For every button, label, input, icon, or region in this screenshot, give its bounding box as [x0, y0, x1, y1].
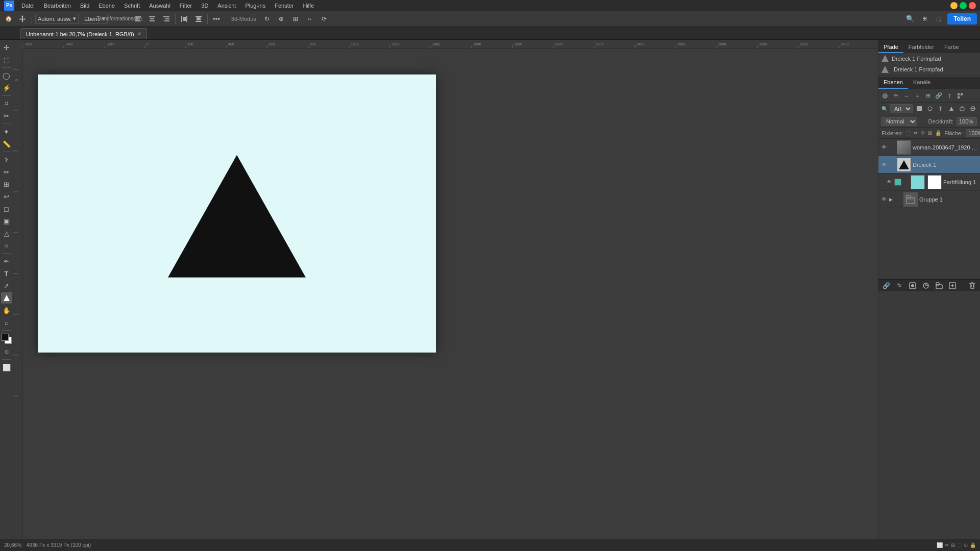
healing-tool[interactable]: ⚕: [1, 154, 12, 165]
menu-item-filter[interactable]: Filter: [176, 2, 196, 10]
tab-pfade[interactable]: Pfade: [878, 42, 903, 53]
blend-mode-dropdown[interactable]: Normal: [881, 117, 917, 126]
ruler-tool[interactable]: 📏: [1, 138, 12, 149]
path-select-tool[interactable]: ↗: [1, 280, 12, 291]
status-icon-1[interactable]: ⬜: [937, 542, 943, 548]
tab-ebenen[interactable]: Ebenen: [878, 77, 908, 89]
menu-item-bearbeiten[interactable]: Bearbeiten: [40, 2, 75, 10]
menu-item-datei[interactable]: Datei: [17, 2, 39, 10]
menu-item-auswahl[interactable]: Auswahl: [145, 2, 175, 10]
move-tool-icon[interactable]: [17, 13, 29, 24]
layers-group-btn[interactable]: [935, 281, 944, 290]
tab-farbfelder[interactable]: Farbfelder: [903, 42, 939, 53]
layer-visibility-2[interactable]: 👁: [880, 161, 888, 168]
magic-wand-tool[interactable]: ⚡: [1, 82, 12, 93]
3d-scale-icon[interactable]: ⊞: [290, 13, 301, 24]
text-tool[interactable]: T: [1, 268, 12, 279]
quick-mask-btn[interactable]: ⊙: [1, 346, 12, 357]
dodge-tool[interactable]: ○: [1, 240, 12, 251]
layer-item-farbfullung[interactable]: 👁 Farbfüllung 1: [878, 173, 980, 191]
blur-tool[interactable]: △: [1, 228, 12, 239]
layers-new-btn[interactable]: [948, 281, 957, 290]
layer-link-icon[interactable]: 🔗: [934, 91, 943, 101]
close-button[interactable]: ✕: [969, 2, 976, 9]
lock-transparent-icon[interactable]: ⬚: [906, 130, 911, 136]
align-right-icon[interactable]: [161, 13, 172, 24]
layer-add-icon[interactable]: +: [913, 91, 922, 101]
arrange-documents-icon[interactable]: ⊞: [919, 13, 930, 24]
lock-artboard-icon[interactable]: ⊞: [928, 130, 932, 136]
distribute-v-icon[interactable]: [193, 13, 204, 24]
eraser-tool[interactable]: ◻: [1, 203, 12, 214]
screen-mode-btn[interactable]: ⬜: [1, 362, 12, 373]
filter-shape-icon[interactable]: [947, 104, 955, 113]
layer-visibility-4[interactable]: 👁: [880, 196, 888, 203]
canvas-scroll[interactable]: [22, 49, 878, 539]
lock-all-icon[interactable]: 🔒: [935, 130, 941, 136]
status-icon-4[interactable]: ⬚: [957, 542, 962, 548]
lock-move-icon[interactable]: ✢: [921, 130, 925, 136]
3d-pan-icon[interactable]: ⊕: [276, 13, 287, 24]
selection-tool[interactable]: ⬚: [1, 54, 12, 65]
distribute-h-icon[interactable]: [179, 13, 190, 24]
layers-link-btn[interactable]: 🔗: [881, 281, 891, 290]
autom-dropdown[interactable]: Autom. ausw. ▾: [35, 14, 79, 24]
minimize-button[interactable]: –: [950, 2, 958, 9]
layer-visibility-3[interactable]: 👁: [886, 179, 893, 186]
3d-slide-icon[interactable]: ↔: [304, 13, 315, 24]
shape-tool[interactable]: [1, 292, 12, 304]
zoom-tool[interactable]: ⌕: [1, 317, 12, 328]
menu-item-ebene[interactable]: Ebene: [94, 2, 119, 10]
layer-pencil-icon[interactable]: ✏: [891, 91, 900, 101]
filter-text-icon[interactable]: T: [936, 104, 945, 113]
menu-item-plugins[interactable]: Plug-ins: [241, 2, 270, 10]
layer-item[interactable]: 👁 woman-2003647_1920 Kopie: [878, 139, 980, 156]
3d-rotate-icon[interactable]: ↻: [261, 13, 273, 24]
crop-tool[interactable]: ⌗: [1, 98, 12, 109]
foreground-color-swatch[interactable]: [2, 334, 9, 341]
align-center-icon[interactable]: [146, 13, 158, 24]
layers-delete-btn[interactable]: [968, 281, 977, 290]
search-button[interactable]: 🔍: [904, 13, 916, 24]
align-left-icon[interactable]: [132, 13, 143, 24]
layer-adjust-icon[interactable]: ⊞: [923, 91, 933, 101]
menu-item-schrift[interactable]: Schrift: [120, 2, 144, 10]
filter-smart-icon[interactable]: [958, 104, 966, 113]
filter-pixel-icon[interactable]: [915, 104, 923, 113]
status-icon-2[interactable]: ✏: [945, 542, 949, 548]
fill-value[interactable]: 100%: [966, 129, 980, 137]
lasso-tool[interactable]: ◯: [1, 70, 12, 81]
transform-icon[interactable]: Transformationsstrg.: [114, 13, 126, 24]
history-brush[interactable]: ↩: [1, 191, 12, 202]
path-item[interactable]: Dreieck 1 Formpfad: [878, 64, 980, 74]
group-arrow-icon[interactable]: ▶: [889, 197, 894, 202]
tab-close-icon[interactable]: ✕: [137, 31, 141, 37]
home-icon[interactable]: 🏠: [3, 13, 14, 24]
layer-item-gruppe[interactable]: 👁 ▶ Gruppe 1: [878, 191, 980, 208]
layers-fx-btn[interactable]: fx: [895, 281, 904, 290]
gradient-tool[interactable]: ▣: [1, 215, 12, 227]
layers-adjustment-btn[interactable]: [921, 281, 930, 290]
status-icon-6[interactable]: 🔒: [970, 542, 976, 548]
maximize-button[interactable]: □: [960, 2, 967, 9]
menu-item-ansicht[interactable]: Ansicht: [213, 2, 240, 10]
document-tab[interactable]: Unbenannt-1 bei 20,7% (Dreieck 1, RGB/8)…: [20, 28, 147, 39]
opacity-value[interactable]: 100%: [957, 117, 977, 126]
pen-tool[interactable]: ✒: [1, 256, 12, 267]
status-icon-3[interactable]: ⊞: [951, 542, 955, 548]
share-button[interactable]: Teilen: [947, 13, 977, 24]
document-canvas[interactable]: [38, 74, 436, 353]
layer-more-icon[interactable]: T: [945, 91, 954, 101]
filter-adj-icon[interactable]: [925, 104, 934, 113]
brush-tool[interactable]: ✏: [1, 166, 12, 178]
eyedropper-tool[interactable]: ✦: [1, 126, 12, 137]
filter-toggle[interactable]: [968, 104, 977, 113]
lock-pixels-icon[interactable]: ✏: [914, 130, 918, 136]
hand-tool[interactable]: ✋: [1, 305, 12, 316]
layer-fx-icon[interactable]: [955, 91, 965, 101]
menu-item-3d[interactable]: 3D: [197, 2, 212, 10]
layer-item-dreieck[interactable]: 👁 Dreieck 1: [878, 156, 980, 173]
layers-filter-dropdown[interactable]: Art: [890, 104, 913, 113]
workspace-icon[interactable]: ⬚: [933, 13, 944, 24]
clone-tool[interactable]: ⊞: [1, 179, 12, 190]
